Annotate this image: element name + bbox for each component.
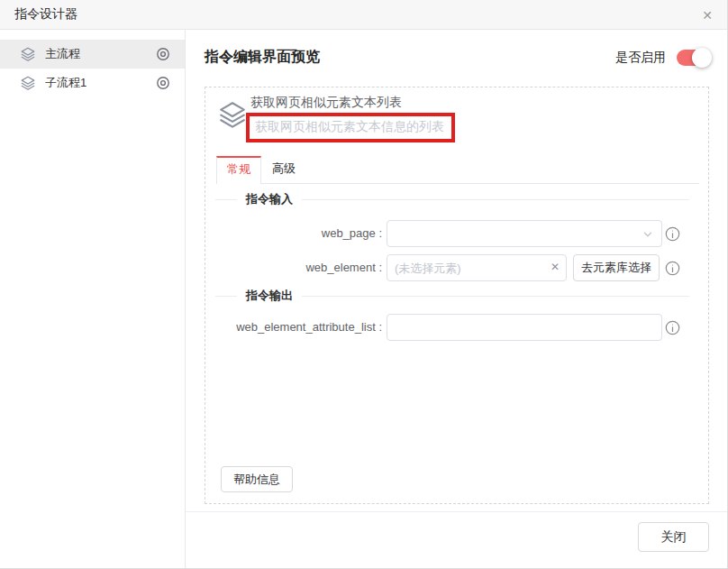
section-divider-input: 指令输入 (215, 191, 689, 207)
attribute-list-input[interactable] (387, 314, 662, 341)
info-icon[interactable] (665, 320, 680, 335)
tab-advanced[interactable]: 高级 (261, 156, 306, 184)
sidebar: 主流程 子流程1 (0, 30, 186, 569)
section-title-input: 指令输入 (237, 191, 302, 207)
field-label-attribute-list: web_element_attribute_list : (205, 314, 382, 341)
instruction-subtitle-highlighted: 获取网页相似元素文本信息的列表 (246, 113, 455, 142)
layers-icon (20, 46, 36, 62)
sidebar-item-main-flow[interactable]: 主流程 (0, 40, 185, 69)
dialog-title: 指令设计器 (14, 6, 77, 23)
section-divider-output: 指令输出 (215, 288, 689, 304)
chevron-down-icon (642, 228, 654, 241)
clear-icon[interactable]: ✕ (551, 261, 560, 273)
tab-bar: 常规 高级 (216, 156, 699, 184)
layers-icon (217, 99, 248, 130)
web-element-field: ✕ (387, 254, 567, 281)
sidebar-item-sub-flow-1[interactable]: 子流程1 (0, 69, 185, 97)
info-icon[interactable] (665, 261, 680, 276)
element-library-button[interactable]: 去元素库选择 (573, 254, 660, 281)
footer-divider (186, 511, 728, 512)
close-icon[interactable]: ✕ (698, 6, 716, 24)
section-title-output: 指令输出 (237, 288, 302, 304)
close-button[interactable]: 关闭 (638, 522, 709, 552)
instruction-preview-panel: 获取网页相似元素文本列表 获取网页相似元素文本信息的列表 常规 高级 指令输入 … (205, 87, 709, 504)
eye-icon[interactable] (156, 47, 170, 61)
titlebar: 指令设计器 ✕ (0, 0, 728, 30)
instruction-designer-dialog: 指令设计器 ✕ 主流程 子流程1 (0, 0, 728, 569)
field-label-web-page: web_page : (205, 220, 382, 247)
info-icon[interactable] (665, 226, 680, 242)
instruction-title: 获取网页相似元素文本列表 (250, 95, 402, 111)
enable-toggle[interactable] (677, 50, 709, 66)
help-button[interactable]: 帮助信息 (221, 466, 293, 492)
web-element-input[interactable] (387, 254, 567, 281)
web-page-select[interactable] (387, 220, 662, 247)
enable-control: 是否启用 (615, 50, 709, 66)
eye-icon[interactable] (156, 76, 170, 90)
page-title: 指令编辑界面预览 (205, 48, 320, 67)
layers-icon (20, 75, 36, 91)
sidebar-item-label: 主流程 (45, 46, 80, 62)
toggle-knob (692, 48, 712, 68)
sidebar-item-label: 子流程1 (45, 75, 86, 91)
enable-label: 是否启用 (615, 50, 666, 66)
field-label-web-element: web_element : (205, 254, 382, 281)
tab-general[interactable]: 常规 (216, 156, 261, 184)
